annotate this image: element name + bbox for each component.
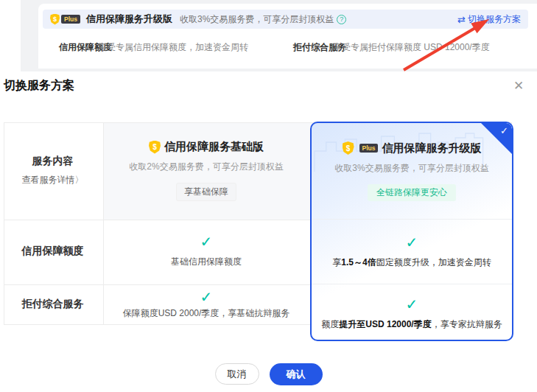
banner-plan-title: 信用保障服务升级版 (86, 13, 172, 26)
basic-credit-quota-text: 基础信用保障额度 (171, 256, 242, 268)
basic-plan-credit-quota-cell: ✓ 基础信用保障额度 (102, 220, 310, 283)
plus-badge: Plus (359, 144, 379, 153)
basic-plan-tag: 享基础保障 (176, 183, 236, 201)
service-banner: $ Plus 信用保障服务升级版 收取3%交易服务费，可享分层封顶权益 ? ⇄ … (43, 10, 528, 29)
upgraded-plan-header: $ Plus 信用保障服务升级版 收取3%交易服务费，可享分层封顶权益 全链路保… (312, 123, 512, 219)
close-icon[interactable]: ✕ (513, 80, 524, 92)
row-header-credit-quota: 信用保障额度 (4, 220, 102, 283)
check-icon: ✓ (406, 235, 418, 250)
modal-footer: 取消 确认 (0, 363, 537, 385)
row-header-chargeback: 拒付综合服务 (4, 284, 102, 324)
upgraded-plan-name: 信用保障服务升级版 (382, 141, 481, 155)
upgraded-plan-credit-quota-cell: ✓ 享1.5～4倍固定额度升级，加速资金周转 (312, 220, 512, 284)
feature-credit-quota-desc: 享受专属信用保障额度，加速资金周转 (98, 41, 248, 54)
shield-dollar-icon: $ (50, 14, 60, 25)
check-icon: ✓ (406, 297, 418, 312)
switch-plan-link-label: 切换服务方案 (468, 13, 521, 26)
swap-arrows-icon: ⇄ (457, 15, 466, 24)
switch-plan-link[interactable]: ⇄ 切换服务方案 (457, 13, 521, 26)
upgraded-plan-tag: 全链路保障更安心 (368, 184, 456, 201)
cancel-button[interactable]: 取消 (215, 363, 259, 385)
row-header-service-content: 服务内容 查看服务详情〉 (4, 123, 102, 218)
basic-plan-option[interactable]: $ 信用保障服务基础版 收取2%交易服务费，可享分层封顶权益 享基础保障 (102, 123, 310, 218)
check-icon: ✓ (200, 234, 213, 249)
view-service-details-link[interactable]: 查看服务详情〉 (22, 174, 84, 186)
upgraded-plan-title-row: $ Plus 信用保障服务升级版 (343, 141, 482, 155)
basic-plan-chargeback-cell: ✓ 保障额度USD 2000/季度，享基础抗辩服务 (102, 284, 310, 324)
screenshot-root: $ Plus 信用保障服务升级版 收取3%交易服务费，可享分层封顶权益 ? ⇄ … (0, 0, 537, 392)
upgraded-plan-chargeback-cell: ✓ 额度提升至USD 12000/季度，享专家抗辩服务 (312, 284, 512, 341)
help-question-icon[interactable]: ? (337, 15, 346, 24)
check-icon: ✓ (200, 290, 213, 304)
upgraded-plan-fee: 收取3%交易服务费，可享分层封顶权益 (334, 162, 488, 175)
banner-plan-subtitle: 收取3%交易服务费，可享分层封顶权益 (180, 13, 334, 26)
basic-plan-fee: 收取2%交易服务费，可享分层封顶权益 (129, 161, 283, 173)
basic-chargeback-text: 保障额度USD 2000/季度，享基础抗辩服务 (123, 307, 290, 320)
feature-chargeback-desc: 享受专属拒付保障额度 USD 12000/季度 (333, 41, 490, 54)
upgraded-credit-quota-text: 享1.5～4倍固定额度升级，加速资金周转 (332, 256, 491, 269)
confirm-button[interactable]: 确认 (270, 363, 323, 385)
upgraded-plan-option-selected[interactable]: ✓ $ Plus 信用保障服务升级版 收取3%交易服务费，可享分层封顶权益 全链… (310, 122, 513, 341)
service-content-label: 服务内容 (32, 155, 74, 168)
modal-title: 切换服务方案 (4, 78, 74, 94)
basic-plan-title-row: $ 信用保障服务基础版 (149, 140, 264, 154)
shield-dollar-icon: $ (343, 141, 354, 155)
basic-plan-name: 信用保障服务基础版 (164, 140, 264, 154)
upgraded-chargeback-text: 额度提升至USD 12000/季度，享专家抗辩服务 (321, 318, 502, 331)
plus-badge: Plus (61, 15, 80, 24)
shield-dollar-icon: $ (149, 141, 161, 154)
